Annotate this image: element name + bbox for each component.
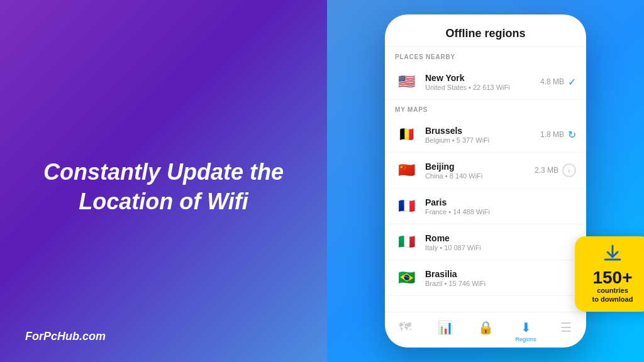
tab-stats[interactable]: 📊 [425, 317, 465, 345]
item-right-brussels: 1.8 MB ↻ [540, 129, 576, 141]
item-name-brasilia: Brasilia [425, 269, 576, 279]
item-info-rome: Rome Italy • 10 087 WiFi [425, 233, 576, 251]
item-info-brussels: Brussels Belgium • 5 377 WiFi [425, 126, 540, 144]
maps-icon: 🗺 [399, 320, 411, 334]
main-heading-line1: Constantly Update the [43, 159, 284, 185]
regions-label: Regions [515, 336, 536, 343]
main-heading-line2: Location of Wifi [79, 189, 248, 214]
list-item[interactable]: 🇨🇳 Beijing China • 8 140 WiFi 2.3 MB › [385, 153, 586, 189]
item-sub-paris: France • 14 488 WiFi [425, 208, 576, 216]
item-name-brussels: Brussels [425, 126, 540, 136]
item-sub-brasilia: Brazil • 15 746 WiFi [425, 280, 576, 287]
main-heading: Constantly Update the Location of Wifi [43, 158, 284, 217]
item-info-paris: Paris France • 14 488 WiFi [425, 197, 576, 216]
phone-content[interactable]: PLACES NEARBY 🇺🇸 New York United States … [385, 47, 586, 312]
menu-icon: ☰ [560, 320, 572, 335]
list-item[interactable]: 🇺🇸 New York United States • 22 613 WiFi … [385, 64, 586, 100]
regions-icon: ⬇ [521, 320, 531, 335]
check-icon-newyork: ✓ [568, 76, 576, 88]
item-sub-newyork: United States • 22 613 WiFi [425, 84, 540, 91]
flag-fr: 🇫🇷 [395, 195, 418, 217]
item-name-beijing: Beijing [425, 162, 535, 172]
phone-mockup: Offline regions PLACES NEARBY 🇺🇸 New Yor… [385, 14, 586, 348]
brand-label: ForPcHub.com [25, 330, 302, 343]
section-label-nearby: PLACES NEARBY [385, 47, 586, 64]
badge-text: countries to download [592, 287, 633, 303]
item-info-newyork: New York United States • 22 613 WiFi [425, 73, 540, 91]
phone-header: Offline regions [385, 14, 586, 47]
offline-regions-title: Offline regions [397, 27, 574, 40]
item-name-rome: Rome [425, 233, 576, 243]
item-size-newyork: 4.8 MB [540, 77, 564, 86]
item-name-paris: Paris [425, 197, 576, 207]
tab-maps[interactable]: 🗺 [385, 317, 425, 345]
item-info-beijing: Beijing China • 8 140 WiFi [425, 162, 535, 180]
tab-menu[interactable]: ☰ [546, 317, 586, 345]
item-right-beijing: 2.3 MB › [535, 163, 576, 177]
security-icon: 🔒 [478, 320, 494, 335]
list-item[interactable]: 🇮🇹 Rome Italy • 10 087 WiFi [385, 224, 586, 260]
phone-footer: 🗺 📊 🔒 ⬇ Regions ☰ [385, 312, 586, 348]
refresh-icon-brussels: ↻ [568, 129, 576, 141]
badge-number: 150+ [592, 269, 632, 287]
section-label-mymaps: MY MAPS [385, 100, 586, 117]
flag-br: 🇧🇷 [395, 266, 418, 289]
tab-security[interactable]: 🔒 [465, 317, 506, 345]
flag-cn: 🇨🇳 [395, 159, 418, 182]
badge-line1: countries [597, 287, 628, 294]
left-panel: Constantly Update the Location of Wifi F… [0, 0, 327, 362]
item-size-beijing: 2.3 MB [535, 166, 558, 175]
item-sub-beijing: China • 8 140 WiFi [425, 172, 535, 180]
arrow-icon-beijing: › [562, 163, 576, 177]
stats-icon: 📊 [438, 320, 453, 335]
item-info-brasilia: Brasilia Brazil • 15 746 WiFi [425, 269, 576, 287]
flag-us: 🇺🇸 [395, 70, 418, 93]
flag-it: 🇮🇹 [395, 231, 418, 253]
badge-download-icon [602, 244, 623, 266]
right-panel: Offline regions PLACES NEARBY 🇺🇸 New Yor… [327, 0, 644, 362]
flag-be: 🇧🇪 [395, 123, 418, 146]
item-sub-rome: Italy • 10 087 WiFi [425, 244, 576, 251]
item-sub-brussels: Belgium • 5 377 WiFi [425, 136, 540, 144]
item-size-brussels: 1.8 MB [540, 130, 564, 139]
badge-overlay: 150+ countries to download [575, 236, 644, 312]
list-item[interactable]: 🇧🇪 Brussels Belgium • 5 377 WiFi 1.8 MB … [385, 117, 586, 153]
list-item[interactable]: 🇫🇷 Paris France • 14 488 WiFi [385, 189, 586, 224]
item-right-newyork: 4.8 MB ✓ [540, 76, 576, 88]
tab-regions[interactable]: ⬇ Regions [506, 317, 546, 345]
badge-line2: to download [592, 295, 633, 303]
main-text-container: Constantly Update the Location of Wifi [25, 44, 302, 330]
item-name-newyork: New York [425, 73, 540, 83]
list-item[interactable]: 🇧🇷 Brasilia Brazil • 15 746 WiFi [385, 260, 586, 296]
